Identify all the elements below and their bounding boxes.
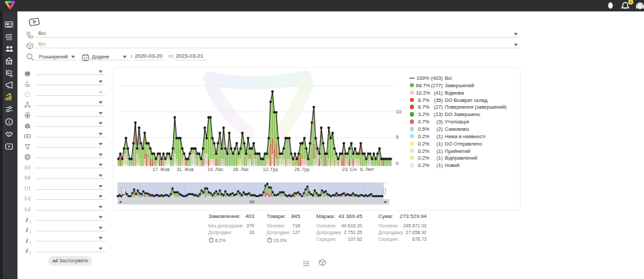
svg-text:0: 0 [630, 0, 632, 4]
svg-text:2: 2 [30, 231, 31, 234]
svg-text:3: 3 [30, 241, 31, 244]
svg-text:?: ? [27, 93, 29, 97]
svg-text:4: 4 [30, 252, 31, 255]
svg-text:Ct: Ct [26, 197, 30, 201]
svg-text:T: T [26, 186, 28, 190]
svg-text:M: M [26, 176, 29, 180]
svg-text:1: 1 [30, 220, 31, 223]
svg-text:Db: Db [25, 208, 30, 211]
svg-text:S: S [26, 166, 29, 170]
